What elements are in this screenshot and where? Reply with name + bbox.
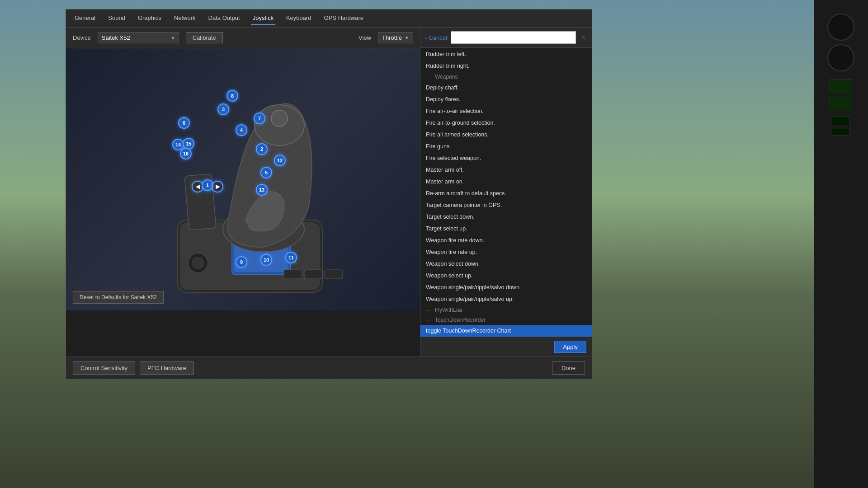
device-header: Device Saitek X52 Calibrate View Throttl…: [66, 28, 420, 48]
joystick-btn-1-right[interactable]: ▶: [212, 181, 223, 192]
dropdown-item[interactable]: Fire selected weapon.: [420, 152, 592, 164]
dropdown-item[interactable]: Target select up.: [420, 223, 592, 235]
dropdown-item[interactable]: Fire all armed selections.: [420, 129, 592, 141]
dropdown-separator-weapons: Weapons: [420, 72, 592, 82]
view-value: Throttle: [382, 34, 402, 41]
joystick-panel: Device Saitek X52 Calibrate View Throttl…: [66, 28, 420, 357]
main-dialog: General Sound Graphics Network Data Outp…: [66, 9, 592, 380]
content-area: Device Saitek X52 Calibrate View Throttl…: [66, 28, 592, 357]
joystick-btn-9[interactable]: 9: [236, 256, 247, 268]
dropdown-item[interactable]: Weapon single/pair/ripple/salvo up.: [420, 293, 592, 305]
device-label: Device: [73, 34, 91, 41]
dropdown-item[interactable]: Master arm off.: [420, 164, 592, 176]
button-overlays: 8 3 4 7 2 12 5 13 6: [66, 48, 420, 310]
dropdown-item[interactable]: Target camera pointer in GPS.: [420, 199, 592, 211]
tab-sound[interactable]: Sound: [106, 12, 127, 25]
dropdown-header: ‹ Cancel ×: [420, 28, 592, 48]
joystick-btn-5[interactable]: 5: [260, 167, 272, 178]
pfc-hardware-button[interactable]: PFC Hardware: [140, 361, 194, 375]
tab-data-output[interactable]: Data Output: [207, 12, 242, 25]
joystick-btn-7[interactable]: 7: [254, 113, 265, 124]
dropdown-item[interactable]: Weapon fire rate down.: [420, 235, 592, 246]
tab-keyboard[interactable]: Keyboard: [284, 12, 313, 25]
dropdown-item[interactable]: toggle TouchDownRecorder Chart: [420, 325, 592, 337]
nav-bar: General Sound Graphics Network Data Outp…: [66, 9, 592, 28]
device-select-wrapper[interactable]: Saitek X52: [98, 32, 179, 43]
dropdown-separator-flywithlua: FlyWithLua: [420, 305, 592, 315]
cancel-label: Cancel: [429, 34, 447, 41]
dropdown-item[interactable]: Rudder trim right.: [420, 60, 592, 72]
tab-general[interactable]: General: [73, 12, 97, 25]
instrument-display-2: [830, 97, 852, 110]
instrument-display-4: [832, 129, 850, 136]
instrument-display-1: [830, 80, 852, 93]
dropdown-item[interactable]: Fire air-to-air selection.: [420, 105, 592, 117]
bottom-bar: Control Sensitivity PFC Hardware Done: [66, 357, 592, 379]
done-button[interactable]: Done: [552, 361, 585, 375]
joystick-btn-4[interactable]: 4: [236, 124, 247, 136]
dropdown-item[interactable]: Weapon select up.: [420, 270, 592, 282]
instrument-gauge-1: [827, 14, 854, 41]
joystick-btn-11[interactable]: 11: [285, 252, 297, 263]
apply-button[interactable]: Apply: [554, 341, 586, 353]
joystick-btn-13[interactable]: 13: [256, 184, 268, 196]
cancel-arrow: ‹: [425, 34, 427, 41]
joystick-btn-2[interactable]: 2: [256, 143, 268, 155]
dropdown-item[interactable]: Target select down.: [420, 211, 592, 223]
search-input[interactable]: [451, 31, 576, 44]
action-row: Apply: [420, 337, 592, 357]
control-sensitivity-button[interactable]: Control Sensitivity: [73, 361, 135, 375]
dropdown-item[interactable]: Deploy flares.: [420, 94, 592, 105]
joystick-btn-12[interactable]: 12: [274, 155, 286, 166]
dropdown-item[interactable]: Weapon select down.: [420, 258, 592, 270]
dropdown-item[interactable]: Master arm on.: [420, 176, 592, 188]
dropdown-item[interactable]: Weapon fire rate up.: [420, 246, 592, 258]
dropdown-item[interactable]: Fire guns.: [420, 141, 592, 152]
view-label: View: [359, 34, 371, 41]
dropdown-item[interactable]: Weapon single/pair/ripple/salvo down.: [420, 282, 592, 293]
tab-network[interactable]: Network: [172, 12, 198, 25]
device-select[interactable]: Saitek X52: [98, 32, 179, 43]
dropdown-panel: ‹ Cancel × Cabin altitude down.Cabin alt…: [420, 28, 592, 357]
right-instruments-panel: [814, 0, 868, 488]
calibrate-button[interactable]: Calibrate: [186, 32, 223, 43]
tab-graphics[interactable]: Graphics: [136, 12, 163, 25]
instrument-display-3: [832, 116, 850, 125]
joystick-btn-6[interactable]: 6: [178, 117, 190, 129]
tab-gps-hardware[interactable]: GPS Hardware: [322, 12, 365, 25]
joystick-image-area: 8 3 4 7 2 12 5 13 6: [66, 48, 420, 310]
reset-defaults-button[interactable]: Reset to Defaults for Saitek X52: [73, 291, 164, 304]
dropdown-list[interactable]: Cabin altitude down.Cabin altitude up.Ca…: [420, 48, 592, 337]
tab-joystick[interactable]: Joystick: [251, 12, 275, 25]
joystick-btn-10[interactable]: 10: [260, 254, 272, 266]
dropdown-separator-touchdownrecorder: TouchDownRecorder: [420, 315, 592, 325]
cancel-button[interactable]: ‹ Cancel: [425, 34, 447, 41]
search-clear-button[interactable]: ×: [580, 33, 587, 42]
dropdown-item[interactable]: Rudder trim left.: [420, 48, 592, 60]
dropdown-item[interactable]: Re-arm aircraft to default specs.: [420, 188, 592, 199]
joystick-btn-3[interactable]: 3: [217, 103, 229, 115]
dropdown-item[interactable]: Fire air-to-ground selection.: [420, 117, 592, 129]
dropdown-item[interactable]: Deploy chaff.: [420, 82, 592, 94]
view-select-wrapper[interactable]: Throttle: [378, 32, 413, 43]
joystick-btn-16[interactable]: 16: [180, 148, 192, 160]
instrument-gauge-2: [827, 44, 854, 71]
joystick-btn-8[interactable]: 8: [226, 90, 238, 102]
